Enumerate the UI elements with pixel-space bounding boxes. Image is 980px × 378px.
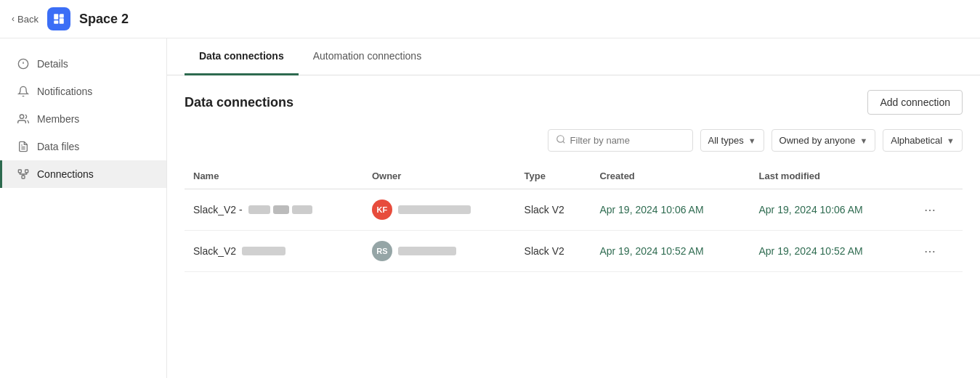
cell-type-1: Slack V2 — [516, 189, 591, 231]
filter-by-name-input-container[interactable] — [548, 129, 693, 152]
sidebar-item-notifications[interactable]: Notifications — [0, 78, 166, 105]
cell-last-modified-2: Apr 19, 2024 10:52 AM — [750, 231, 910, 272]
col-header-name: Name — [185, 163, 363, 189]
col-header-actions — [910, 163, 963, 189]
avatar: RS — [372, 241, 392, 261]
svg-rect-7 — [25, 170, 28, 173]
file-icon — [17, 140, 30, 153]
svg-rect-8 — [22, 176, 25, 178]
back-icon: ‹ — [12, 14, 15, 24]
cell-owner-1: KF — [363, 189, 516, 231]
cell-actions-2: ⋯ — [910, 231, 963, 272]
tab-automation-connections[interactable]: Automation connections — [299, 38, 436, 75]
cell-last-modified-1: Apr 19, 2024 10:06 AM — [750, 189, 910, 231]
back-label: Back — [17, 14, 39, 25]
chevron-down-icon: ▼ — [748, 136, 756, 145]
sidebar-item-connections-label: Connections — [37, 168, 94, 180]
chevron-down-icon: ▼ — [947, 136, 955, 145]
cell-name-1: Slack_V2 - — [185, 189, 363, 231]
cell-type-2: Slack V2 — [516, 231, 591, 272]
sidebar-item-connections[interactable]: Connections — [0, 160, 166, 188]
circle-icon — [17, 57, 30, 70]
tabs-bar: Data connections Automation connections — [167, 38, 980, 75]
owner-filter-dropdown[interactable]: Owned by anyone ▼ — [772, 129, 876, 152]
sidebar-item-data-files-label: Data files — [37, 141, 79, 152]
chevron-down-icon: ▼ — [859, 136, 867, 145]
filters-bar: All types ▼ Owned by anyone ▼ Alphabetic… — [185, 129, 963, 152]
owner-name-blurred — [398, 205, 471, 214]
svg-line-11 — [562, 141, 564, 144]
cell-created-1: Apr 19, 2024 10:06 AM — [591, 189, 750, 231]
search-icon — [556, 134, 566, 147]
sidebar-item-details-label: Details — [37, 58, 68, 70]
svg-rect-6 — [18, 170, 21, 173]
table-row: Slack_V2 RS — [185, 231, 963, 272]
bell-icon — [17, 85, 30, 98]
tab-data-connections[interactable]: Data connections — [185, 38, 299, 75]
type-filter-dropdown[interactable]: All types ▼ — [700, 129, 764, 152]
page-title: Data connections — [185, 95, 293, 110]
cell-actions-1: ⋯ — [910, 189, 963, 231]
avatar: KF — [372, 200, 392, 220]
col-header-owner: Owner — [363, 163, 516, 189]
sidebar-item-details[interactable]: Details — [0, 50, 166, 78]
more-actions-button[interactable]: ⋯ — [918, 242, 941, 261]
connections-table: Name Owner Type Created Last modified — [185, 163, 963, 272]
connections-icon — [17, 168, 30, 181]
main-content: Data connections Automation connections … — [167, 38, 980, 378]
col-header-type: Type — [516, 163, 591, 189]
cell-owner-2: RS — [363, 231, 516, 272]
people-icon — [17, 112, 30, 126]
table-row: Slack_V2 - — [185, 189, 963, 231]
sidebar: Details Notifications — [0, 38, 167, 378]
cell-created-2: Apr 19, 2024 10:52 AM — [591, 231, 750, 272]
sidebar-item-data-files[interactable]: Data files — [0, 133, 166, 160]
space-title: Space 2 — [79, 12, 129, 27]
add-connection-button[interactable]: Add connection — [867, 90, 963, 115]
more-actions-button[interactable]: ⋯ — [918, 200, 941, 220]
sort-dropdown[interactable]: Alphabetical ▼ — [883, 129, 963, 152]
svg-point-3 — [20, 115, 23, 118]
sidebar-item-members[interactable]: Members — [0, 105, 166, 133]
col-header-last-modified: Last modified — [750, 163, 910, 189]
cell-name-2: Slack_V2 — [185, 231, 363, 272]
sidebar-item-members-label: Members — [37, 113, 79, 125]
sidebar-item-notifications-label: Notifications — [37, 86, 92, 97]
back-button[interactable]: ‹ Back — [12, 14, 39, 25]
owner-name-blurred — [398, 247, 456, 255]
svg-point-10 — [556, 136, 563, 142]
search-input[interactable] — [570, 135, 685, 146]
col-header-created: Created — [591, 163, 750, 189]
space-icon — [47, 7, 70, 30]
